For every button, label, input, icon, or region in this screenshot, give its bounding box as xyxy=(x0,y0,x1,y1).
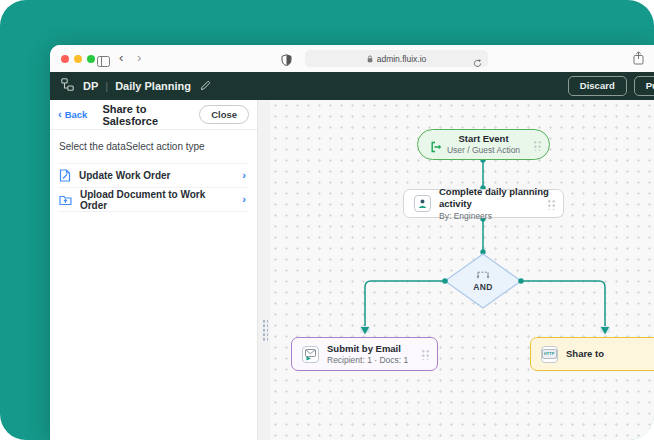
share-page-icon[interactable] xyxy=(633,51,644,69)
node-and-gateway[interactable]: AND xyxy=(453,261,513,301)
panel-resize-handle[interactable] xyxy=(261,318,268,342)
close-button[interactable]: Close xyxy=(199,105,249,124)
workflow-initials: DP xyxy=(83,80,98,92)
email-send-icon xyxy=(302,346,319,363)
http-badge-label: HTTP xyxy=(544,352,554,356)
app-header: DP | Daily Planning Discard Publish xyxy=(50,72,654,100)
browser-chrome-bar: ‹ › admin.fluix.io xyxy=(50,45,654,72)
discard-button[interactable]: Discard xyxy=(568,76,627,96)
url-text: admin.fluix.io xyxy=(377,54,427,64)
node-title: Complete daily planning activity xyxy=(439,186,553,211)
drag-handle-icon[interactable] xyxy=(532,139,541,151)
header-actions: Discard Publish xyxy=(568,76,646,96)
panel-title: Share to Salesforce xyxy=(102,103,199,127)
workflow-canvas[interactable]: Start Event User / Guest Action Complete… xyxy=(270,100,654,440)
list-item-label: Upload Document to Work Order xyxy=(80,189,234,211)
panel-resize-divider xyxy=(257,100,270,440)
list-item-update-work-order[interactable]: Update Work Order › xyxy=(59,164,248,188)
drag-handle-icon[interactable] xyxy=(420,348,429,360)
privacy-shield-icon[interactable] xyxy=(281,52,292,70)
traffic-light-close-icon[interactable] xyxy=(61,55,69,63)
chevron-right-icon: › xyxy=(242,170,248,181)
sidebar-toggle-icon[interactable] xyxy=(97,53,110,71)
back-button[interactable]: ‹ Back xyxy=(58,109,87,120)
node-subtitle: User / Guest Action xyxy=(447,145,520,156)
lock-icon xyxy=(367,55,373,63)
browser-window: ‹ › admin.fluix.io xyxy=(50,45,654,440)
workflow-logo-icon xyxy=(61,77,74,95)
panel-body: Select the dataSelect action type Update… xyxy=(50,130,257,212)
publish-button[interactable]: Publish xyxy=(634,76,654,96)
person-task-icon xyxy=(414,195,431,212)
list-item-upload-document[interactable]: Upload Document to Work Order › xyxy=(59,188,248,212)
teal-background-card: ‹ › admin.fluix.io xyxy=(0,0,654,440)
node-start-event[interactable]: Start Event User / Guest Action xyxy=(417,129,550,160)
node-title: Submit by Email xyxy=(327,343,408,355)
workflow-title: Daily Planning xyxy=(115,80,191,92)
node-submit-by-email[interactable]: Submit by Email Recipient: 1 · Docs: 1 xyxy=(291,337,438,371)
chevron-right-icon: › xyxy=(242,194,248,205)
nav-forward-icon[interactable]: › xyxy=(137,51,141,64)
reload-icon[interactable] xyxy=(473,54,482,72)
gateway-label: AND xyxy=(473,282,492,292)
node-daily-planning-activity[interactable]: Complete daily planning activity By: Eng… xyxy=(403,189,564,218)
document-edit-icon xyxy=(59,169,71,182)
action-type-list: Update Work Order › Upload Document to W… xyxy=(59,163,248,212)
document-upload-icon xyxy=(59,194,72,206)
node-share-to[interactable]: HTTP Share to xyxy=(530,337,654,371)
parallel-split-icon xyxy=(476,271,490,280)
screenshot-stage: ‹ › admin.fluix.io xyxy=(0,0,654,440)
chevron-left-icon: ‹ xyxy=(58,109,62,120)
start-event-icon xyxy=(430,139,442,157)
node-subtitle: By: Engineers xyxy=(439,211,553,222)
action-type-helper-text: Select the dataSelect action type xyxy=(59,141,248,152)
url-bar[interactable]: admin.fluix.io xyxy=(305,50,488,67)
content-row: ‹ Back Share to Salesforce Close Select … xyxy=(50,100,654,440)
http-icon: HTTP xyxy=(541,346,558,363)
back-label: Back xyxy=(65,109,88,120)
traffic-light-minimize-icon[interactable] xyxy=(74,55,82,63)
nav-back-icon[interactable]: ‹ xyxy=(119,51,123,64)
share-to-salesforce-panel: ‹ Back Share to Salesforce Close Select … xyxy=(50,100,257,440)
panel-header: ‹ Back Share to Salesforce Close xyxy=(50,100,257,130)
node-title: Start Event xyxy=(447,133,520,145)
drag-handle-icon[interactable] xyxy=(546,198,555,210)
list-item-label: Update Work Order xyxy=(79,170,171,181)
header-separator: | xyxy=(105,80,108,92)
node-subtitle: Recipient: 1 · Docs: 1 xyxy=(327,355,408,366)
edit-title-icon[interactable] xyxy=(200,77,211,95)
traffic-light-zoom-icon[interactable] xyxy=(87,55,95,63)
node-title: Share to xyxy=(566,348,604,360)
